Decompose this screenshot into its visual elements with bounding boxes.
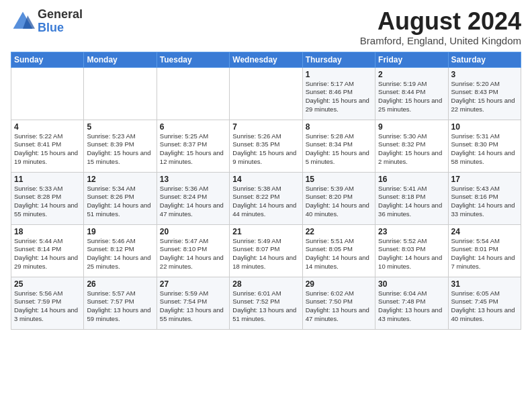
day-info: Sunrise: 5:17 AM Sunset: 8:46 PM Dayligh…	[306, 80, 372, 114]
day-number: 31	[451, 279, 518, 289]
logo-icon	[11, 9, 35, 34]
day-info: Sunrise: 5:34 AM Sunset: 8:26 PM Dayligh…	[87, 185, 153, 219]
day-number: 8	[306, 122, 372, 132]
day-cell: 8Sunrise: 5:28 AM Sunset: 8:34 PM Daylig…	[302, 120, 375, 172]
day-info: Sunrise: 5:22 AM Sunset: 8:41 PM Dayligh…	[14, 132, 81, 167]
day-info: Sunrise: 5:51 AM Sunset: 8:05 PM Dayligh…	[306, 237, 372, 271]
day-number: 30	[378, 279, 445, 289]
day-info: Sunrise: 5:30 AM Sunset: 8:32 PM Dayligh…	[378, 132, 445, 167]
logo-blue: Blue	[38, 21, 83, 35]
calendar-header: SundayMondayTuesdayWednesdayThursdayFrid…	[11, 52, 521, 67]
day-number: 25	[14, 279, 81, 289]
day-cell: 7Sunrise: 5:26 AM Sunset: 8:35 PM Daylig…	[230, 120, 302, 172]
day-info: Sunrise: 5:36 AM Sunset: 8:24 PM Dayligh…	[160, 185, 226, 219]
title-area: August 2024 Bramford, England, United Ki…	[360, 8, 521, 46]
calendar-body: 1Sunrise: 5:17 AM Sunset: 8:46 PM Daylig…	[11, 67, 521, 329]
weekday-header-saturday: Saturday	[448, 52, 521, 67]
day-cell: 1Sunrise: 5:17 AM Sunset: 8:46 PM Daylig…	[302, 67, 375, 120]
day-info: Sunrise: 5:49 AM Sunset: 8:07 PM Dayligh…	[232, 237, 299, 271]
weekday-header-thursday: Thursday	[302, 52, 375, 67]
day-number: 7	[232, 122, 299, 132]
day-info: Sunrise: 5:57 AM Sunset: 7:57 PM Dayligh…	[87, 289, 153, 324]
day-info: Sunrise: 5:44 AM Sunset: 8:14 PM Dayligh…	[14, 237, 81, 271]
day-info: Sunrise: 5:46 AM Sunset: 8:12 PM Dayligh…	[87, 237, 153, 271]
day-cell: 21Sunrise: 5:49 AM Sunset: 8:07 PM Dayli…	[230, 224, 302, 277]
week-row-1: 1Sunrise: 5:17 AM Sunset: 8:46 PM Daylig…	[11, 67, 521, 120]
day-info: Sunrise: 6:01 AM Sunset: 7:52 PM Dayligh…	[232, 289, 299, 324]
day-info: Sunrise: 5:47 AM Sunset: 8:10 PM Dayligh…	[160, 237, 226, 271]
weekday-header-friday: Friday	[375, 52, 448, 67]
day-info: Sunrise: 5:31 AM Sunset: 8:30 PM Dayligh…	[451, 132, 518, 167]
day-info: Sunrise: 5:59 AM Sunset: 7:54 PM Dayligh…	[160, 289, 226, 324]
day-cell: 5Sunrise: 5:23 AM Sunset: 8:39 PM Daylig…	[84, 120, 157, 172]
weekday-header-monday: Monday	[84, 52, 157, 67]
day-info: Sunrise: 5:39 AM Sunset: 8:20 PM Dayligh…	[306, 185, 372, 219]
day-number: 11	[14, 175, 81, 184]
day-info: Sunrise: 5:23 AM Sunset: 8:39 PM Dayligh…	[87, 132, 153, 167]
day-info: Sunrise: 5:43 AM Sunset: 8:16 PM Dayligh…	[451, 185, 518, 219]
week-row-2: 4Sunrise: 5:22 AM Sunset: 8:41 PM Daylig…	[11, 120, 521, 172]
day-info: Sunrise: 5:33 AM Sunset: 8:28 PM Dayligh…	[14, 185, 81, 219]
day-number: 3	[451, 70, 518, 79]
day-info: Sunrise: 5:54 AM Sunset: 8:01 PM Dayligh…	[451, 237, 518, 271]
day-cell	[84, 67, 157, 120]
day-cell: 18Sunrise: 5:44 AM Sunset: 8:14 PM Dayli…	[11, 224, 84, 277]
day-cell: 23Sunrise: 5:52 AM Sunset: 8:03 PM Dayli…	[375, 224, 448, 277]
week-row-5: 25Sunrise: 5:56 AM Sunset: 7:59 PM Dayli…	[11, 277, 521, 329]
day-number: 6	[160, 122, 226, 132]
day-cell: 25Sunrise: 5:56 AM Sunset: 7:59 PM Dayli…	[11, 277, 84, 329]
month-year: August 2024	[360, 8, 521, 35]
day-number: 23	[378, 227, 445, 236]
page-container: General Blue August 2024 Bramford, Engla…	[0, 0, 532, 335]
day-cell: 4Sunrise: 5:22 AM Sunset: 8:41 PM Daylig…	[11, 120, 84, 172]
day-number: 4	[14, 122, 81, 132]
day-number: 14	[232, 175, 299, 184]
day-cell: 3Sunrise: 5:20 AM Sunset: 8:43 PM Daylig…	[448, 67, 521, 120]
day-cell: 9Sunrise: 5:30 AM Sunset: 8:32 PM Daylig…	[375, 120, 448, 172]
day-cell: 29Sunrise: 6:02 AM Sunset: 7:50 PM Dayli…	[302, 277, 375, 329]
logo-text: General Blue	[38, 8, 83, 35]
day-cell: 17Sunrise: 5:43 AM Sunset: 8:16 PM Dayli…	[448, 172, 521, 224]
week-row-3: 11Sunrise: 5:33 AM Sunset: 8:28 PM Dayli…	[11, 172, 521, 224]
calendar-table: SundayMondayTuesdayWednesdayThursdayFrid…	[11, 52, 521, 330]
day-number: 1	[306, 70, 372, 79]
day-number: 17	[451, 175, 518, 184]
header: General Blue August 2024 Bramford, Engla…	[11, 8, 521, 46]
weekday-row: SundayMondayTuesdayWednesdayThursdayFrid…	[11, 52, 521, 67]
day-number: 19	[87, 227, 153, 236]
day-cell: 14Sunrise: 5:38 AM Sunset: 8:22 PM Dayli…	[230, 172, 302, 224]
day-number: 26	[87, 279, 153, 289]
day-number: 10	[451, 122, 518, 132]
day-cell: 13Sunrise: 5:36 AM Sunset: 8:24 PM Dayli…	[157, 172, 229, 224]
day-cell: 26Sunrise: 5:57 AM Sunset: 7:57 PM Dayli…	[84, 277, 157, 329]
day-info: Sunrise: 5:26 AM Sunset: 8:35 PM Dayligh…	[232, 132, 299, 167]
day-number: 24	[451, 227, 518, 236]
day-info: Sunrise: 6:02 AM Sunset: 7:50 PM Dayligh…	[306, 289, 372, 324]
logo-general: General	[38, 8, 83, 21]
day-cell	[157, 67, 229, 120]
day-number: 13	[160, 175, 226, 184]
day-cell: 20Sunrise: 5:47 AM Sunset: 8:10 PM Dayli…	[157, 224, 229, 277]
day-number: 28	[232, 279, 299, 289]
day-cell: 12Sunrise: 5:34 AM Sunset: 8:26 PM Dayli…	[84, 172, 157, 224]
day-number: 20	[160, 227, 226, 236]
day-number: 29	[306, 279, 372, 289]
day-info: Sunrise: 6:04 AM Sunset: 7:48 PM Dayligh…	[378, 289, 445, 324]
day-cell	[230, 67, 302, 120]
day-cell: 6Sunrise: 5:25 AM Sunset: 8:37 PM Daylig…	[157, 120, 229, 172]
day-cell: 28Sunrise: 6:01 AM Sunset: 7:52 PM Dayli…	[230, 277, 302, 329]
day-info: Sunrise: 5:52 AM Sunset: 8:03 PM Dayligh…	[378, 237, 445, 271]
day-cell: 30Sunrise: 6:04 AM Sunset: 7:48 PM Dayli…	[375, 277, 448, 329]
day-number: 21	[232, 227, 299, 236]
weekday-header-sunday: Sunday	[11, 52, 84, 67]
day-cell: 10Sunrise: 5:31 AM Sunset: 8:30 PM Dayli…	[448, 120, 521, 172]
day-number: 5	[87, 122, 153, 132]
day-cell: 19Sunrise: 5:46 AM Sunset: 8:12 PM Dayli…	[84, 224, 157, 277]
day-info: Sunrise: 5:56 AM Sunset: 7:59 PM Dayligh…	[14, 289, 81, 324]
day-number: 16	[378, 175, 445, 184]
day-info: Sunrise: 5:25 AM Sunset: 8:37 PM Dayligh…	[160, 132, 226, 167]
location: Bramford, England, United Kingdom	[360, 35, 521, 46]
day-cell	[11, 67, 84, 120]
day-info: Sunrise: 5:38 AM Sunset: 8:22 PM Dayligh…	[232, 185, 299, 219]
day-number: 15	[306, 175, 372, 184]
